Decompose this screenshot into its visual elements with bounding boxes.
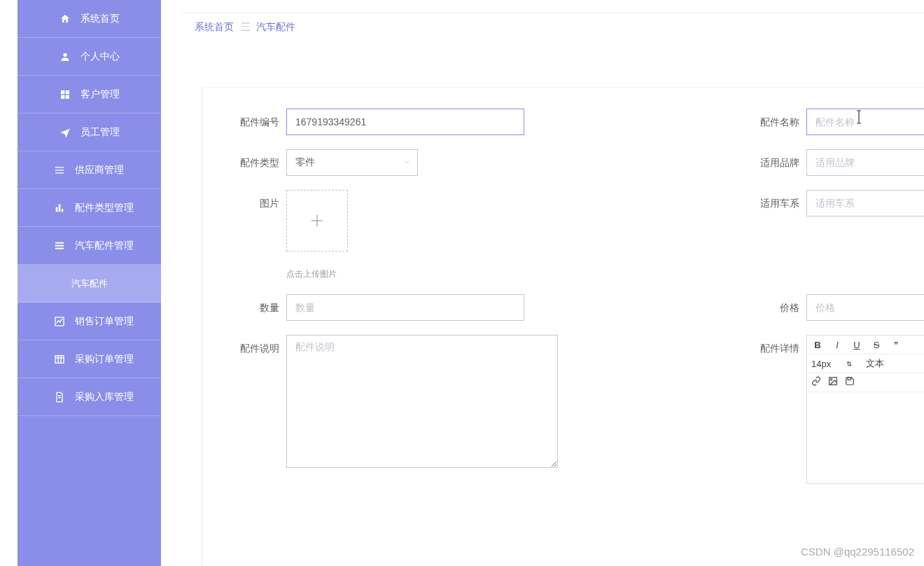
sidebar-item-label: 员工管理 xyxy=(80,126,120,139)
sidebar-item-label: 汽车配件 xyxy=(71,277,108,290)
part-number-input[interactable] xyxy=(286,109,524,135)
sidebar-item-label: 客户管理 xyxy=(80,88,120,101)
text-format-button[interactable]: 文本 xyxy=(866,357,884,370)
fontsize-select[interactable]: 14px ⇅ xyxy=(811,359,852,369)
sidebar-item-sales-orders[interactable]: 销售订单管理 xyxy=(18,303,161,340)
detail-label: 配件详情 xyxy=(722,335,806,361)
sidebar-item-home[interactable]: 系统首页 xyxy=(18,0,161,38)
sidebar-item-label: 供应商管理 xyxy=(75,164,124,177)
svg-rect-2 xyxy=(66,90,69,94)
sidebar-item-purchase-in[interactable]: 采购入库管理 xyxy=(18,378,161,416)
link-icon[interactable] xyxy=(811,376,821,389)
desc-label: 配件说明 xyxy=(202,335,286,361)
svg-rect-19 xyxy=(58,395,61,396)
italic-icon[interactable]: I xyxy=(831,338,844,351)
svg-rect-20 xyxy=(58,397,61,398)
editor-toolbar-row3 xyxy=(807,373,924,392)
editor-toolbar: B I U S ” xyxy=(807,336,924,354)
part-name-input[interactable] xyxy=(806,109,924,135)
part-number-label: 配件编号 xyxy=(202,109,286,135)
menu-icon xyxy=(54,240,65,251)
part-type-label: 配件类型 xyxy=(202,149,286,176)
svg-rect-12 xyxy=(55,244,64,246)
table-icon xyxy=(54,354,65,365)
chart-icon xyxy=(54,316,65,327)
home-icon xyxy=(59,13,71,25)
grid-icon xyxy=(59,89,71,100)
sidebar-item-label: 销售订单管理 xyxy=(75,315,134,328)
sidebar-item-car-parts-mgmt[interactable]: 汽车配件管理 xyxy=(18,227,161,265)
svg-rect-3 xyxy=(61,95,64,98)
brand-label: 适用品牌 xyxy=(722,149,806,176)
svg-rect-9 xyxy=(59,204,61,212)
svg-rect-11 xyxy=(55,242,64,243)
rich-text-editor: B I U S ” 14px ⇅ 文本 xyxy=(806,335,924,484)
svg-rect-13 xyxy=(55,247,64,249)
save-icon[interactable] xyxy=(845,376,855,389)
select-arrows-icon: ⇅ xyxy=(846,360,852,368)
qty-label: 数量 xyxy=(202,294,286,321)
svg-rect-7 xyxy=(55,172,64,173)
image-label: 图片 xyxy=(202,190,286,216)
bar-icon xyxy=(54,202,65,214)
breadcrumb-current: 汽车配件 xyxy=(256,21,295,34)
editor-body[interactable] xyxy=(807,392,924,483)
sidebar-item-purchase-orders[interactable]: 采购订单管理 xyxy=(18,340,161,378)
list-icon xyxy=(54,165,65,176)
svg-rect-6 xyxy=(55,170,64,170)
sidebar-item-label: 个人中心 xyxy=(80,50,120,63)
svg-point-0 xyxy=(63,53,66,56)
person-icon xyxy=(59,51,71,62)
image-upload-hint: 点击上传图片 xyxy=(286,268,348,280)
doc-icon xyxy=(54,392,65,403)
form-panel: 配件编号 配件名称 配件类型 适用品牌 图片 xyxy=(202,87,924,566)
editor-toolbar-row2: 14px ⇅ 文本 xyxy=(807,354,924,373)
underline-icon[interactable]: U xyxy=(850,338,863,351)
part-type-select[interactable] xyxy=(286,149,418,176)
sidebar-item-label: 系统首页 xyxy=(80,13,120,25)
sidebar-item-car-parts[interactable]: 汽车配件 xyxy=(18,265,161,303)
desc-textarea[interactable] xyxy=(286,335,558,468)
left-strip xyxy=(0,0,18,566)
svg-rect-25 xyxy=(848,378,851,380)
svg-rect-15 xyxy=(55,355,64,363)
sidebar-item-part-types[interactable]: 配件类型管理 xyxy=(18,189,161,227)
series-input[interactable] xyxy=(806,190,924,216)
svg-rect-10 xyxy=(62,209,64,212)
quote-icon[interactable]: ” xyxy=(890,338,902,351)
svg-rect-4 xyxy=(66,95,69,98)
plane-icon xyxy=(59,127,71,138)
price-label: 价格 xyxy=(722,294,806,321)
main: 系统首页 三 汽车配件 配件编号 配件名称 配件类型 适用 xyxy=(161,0,924,566)
breadcrumb: 系统首页 三 汽车配件 xyxy=(182,13,924,41)
sidebar-item-suppliers[interactable]: 供应商管理 xyxy=(18,151,161,189)
breadcrumb-separator: 三 xyxy=(241,21,249,34)
strike-icon[interactable]: S xyxy=(870,338,883,351)
sidebar-item-label: 配件类型管理 xyxy=(75,202,134,214)
svg-rect-1 xyxy=(61,90,64,94)
brand-input[interactable] xyxy=(806,149,924,176)
sidebar-item-employees[interactable]: 员工管理 xyxy=(18,113,161,151)
svg-point-24 xyxy=(831,379,832,380)
sidebar-item-profile[interactable]: 个人中心 xyxy=(18,38,161,76)
bold-icon[interactable]: B xyxy=(811,338,824,351)
image-upload[interactable] xyxy=(286,190,348,251)
qty-input[interactable] xyxy=(286,294,524,321)
sidebar: 系统首页 个人中心 客户管理 员工管理 供应商管理 配件类型管理 汽车配件管理 … xyxy=(18,0,161,566)
sidebar-item-label: 采购订单管理 xyxy=(75,353,134,366)
series-label: 适用车系 xyxy=(722,190,806,216)
part-name-label: 配件名称 xyxy=(722,109,806,135)
sidebar-item-label: 采购入库管理 xyxy=(75,391,134,403)
breadcrumb-home[interactable]: 系统首页 xyxy=(195,21,234,34)
sidebar-item-customers[interactable]: 客户管理 xyxy=(18,76,161,113)
image-icon[interactable] xyxy=(828,376,838,389)
price-input[interactable] xyxy=(806,294,924,321)
watermark: CSDN @qq2295116502 xyxy=(801,546,914,558)
svg-rect-5 xyxy=(55,167,64,167)
svg-rect-8 xyxy=(56,207,58,212)
sidebar-item-label: 汽车配件管理 xyxy=(75,240,134,252)
